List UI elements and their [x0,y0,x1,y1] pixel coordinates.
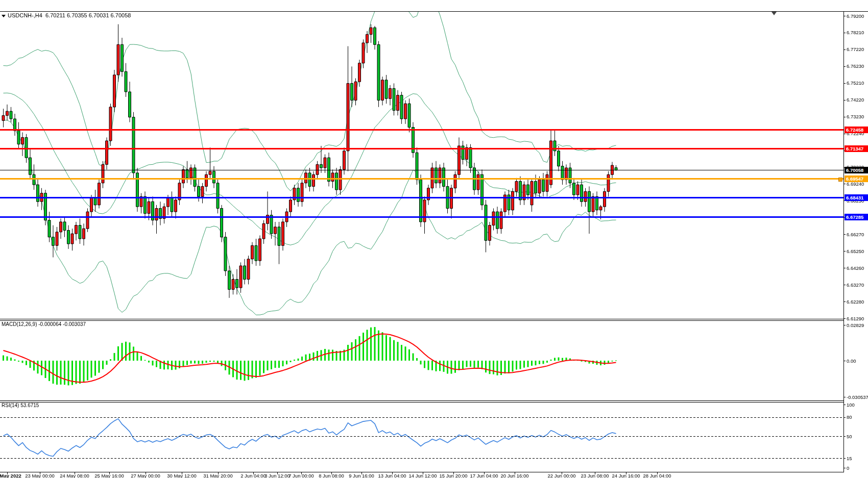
mt4-application: { "toolbar": { "new_order_label": "新订单",… [0,0,868,478]
price-chart-canvas[interactable] [0,0,868,478]
